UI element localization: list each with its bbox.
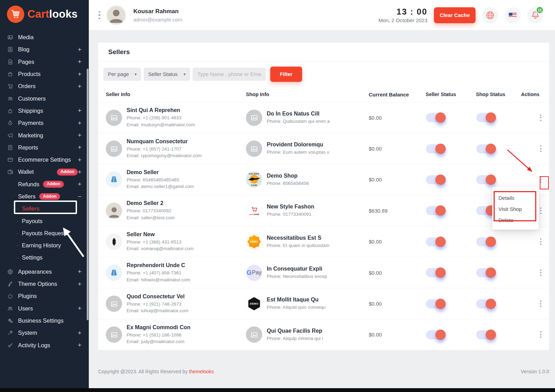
sidebar-item-blog[interactable]: Blog + (0, 43, 89, 56)
seller-status-toggle[interactable] (426, 299, 445, 308)
shop-logo (246, 326, 262, 343)
sidebar-item-activity-logs[interactable]: Activity Logs + (0, 339, 89, 351)
seller-status-toggle[interactable] (426, 268, 445, 277)
smartwatch-icon (110, 237, 119, 246)
sidebar-item-products[interactable]: Products + (0, 68, 89, 80)
shop-logo (246, 140, 262, 157)
card-title-row: Sellers (98, 43, 549, 61)
version-text: Version 1.0.0 (521, 369, 549, 374)
seller-phone: Phone: 65465465465465 (127, 177, 194, 184)
ecommerce-settings-icon (7, 157, 13, 163)
sidebar-subitem-sellers[interactable]: - Sellers (0, 203, 89, 215)
row-actions-menu-icon[interactable] (537, 298, 544, 309)
current-balance: $0.00 (369, 115, 426, 121)
seller-email: Email: judy@mailinator.com (127, 338, 190, 345)
sidebar-collapse-menu-icon[interactable] (99, 11, 100, 19)
shop-phone: Phone: 01773340091 (267, 211, 314, 218)
sidebar-subitem-earning-history[interactable]: - Earning History (0, 239, 89, 252)
brand-logo[interactable]: Cartlooks (7, 6, 78, 23)
sidebar-item-sellers-group[interactable]: Sellers Addon − (0, 190, 89, 203)
per-page-select[interactable]: Per page ▾ (103, 68, 141, 81)
sellers-card: Sellers Per page ▾ Seller Status ▾ Filte… (98, 43, 549, 350)
filter-button[interactable]: Filter (270, 67, 302, 82)
footer: Copyright @2023. All Rights Reserved by … (98, 369, 549, 374)
image-placeholder-icon (110, 113, 118, 122)
sidebar-item-appearances[interactable]: Appearances + (0, 266, 89, 278)
seller-phone: Phone: +1 (208) 901-4633 (127, 114, 195, 121)
seller-status-toggle[interactable] (426, 113, 445, 122)
current-balance: $0.00 (369, 270, 426, 276)
shop-status-toggle[interactable] (476, 144, 495, 153)
popup-item-visit-shop[interactable]: Visit Shop (498, 204, 539, 215)
seller-search-input[interactable] (193, 68, 266, 81)
seller-email: Email: luhuqi@mailinator.com (127, 307, 188, 314)
seller-status-toggle[interactable] (426, 237, 445, 246)
shop-name: In Consequatur Expli (267, 266, 327, 272)
seller-status-toggle[interactable] (426, 144, 445, 153)
notifications-button[interactable]: 11 (527, 7, 543, 23)
orders-icon (7, 83, 13, 89)
row-actions-menu-icon[interactable] (537, 112, 544, 123)
seller-status-toggle[interactable] (426, 206, 445, 215)
sidebar-subitem-payouts-requests[interactable]: - Payouts Requests (0, 227, 89, 239)
sidebar-item-customers[interactable]: Customers (0, 92, 89, 104)
addon-badge: Addon (57, 169, 78, 176)
row-actions-menu-icon[interactable] (537, 267, 544, 278)
sidebar-subitem-settings[interactable]: - Settings (0, 252, 89, 264)
table-row: Demo Seller Phone: 65465465465465 Email:… (98, 164, 549, 195)
locale-flag-button[interactable] (505, 7, 521, 23)
sidebar-item-theme-options[interactable]: Theme Options + (0, 278, 89, 290)
shop-logo-lets-shop: Let'sSHOP (246, 203, 262, 219)
sidebar-item-shippings[interactable]: Shippings + (0, 105, 89, 117)
row-actions-menu-icon[interactable] (537, 236, 544, 247)
sidebar-item-marketing[interactable]: Marketing + (0, 129, 89, 141)
row-actions-menu-icon[interactable] (537, 174, 544, 185)
activity-logs-icon (7, 342, 13, 348)
sidebar-item-reports[interactable]: Reports + (0, 142, 89, 154)
shop-status-toggle[interactable] (476, 299, 495, 308)
sidebar-scrollbar[interactable] (87, 69, 88, 320)
table-row: Demo Seller 2 Phone: 01773340092 Email: … (98, 195, 549, 226)
sidebar-item-orders[interactable]: Orders + (0, 80, 89, 92)
seller-avatar (106, 140, 122, 157)
sidebar-item-system[interactable]: System + (0, 327, 89, 339)
sidebar-item-ecommerce-settings[interactable]: Ecommerce Settings + (0, 154, 89, 166)
bottom-edge-bar (0, 388, 555, 392)
popup-item-details[interactable]: Details (498, 193, 539, 204)
us-flag-icon (509, 12, 517, 18)
sidebar-item-media[interactable]: Media (0, 31, 89, 43)
language-globe-button[interactable] (482, 7, 498, 23)
seller-name: Ex Magni Commodi Con (127, 324, 190, 331)
users-icon (7, 306, 13, 312)
seller-status-select[interactable]: Seller Status ▾ (144, 68, 190, 81)
shop-status-toggle[interactable] (476, 268, 495, 277)
seller-avatar (106, 233, 122, 250)
seller-status-toggle[interactable] (426, 175, 445, 184)
shop-status-toggle[interactable] (476, 113, 495, 122)
row-actions-menu-icon[interactable] (537, 143, 544, 154)
sidebar-item-business-settings[interactable]: Business Settings (0, 315, 89, 327)
shop-status-toggle[interactable] (476, 330, 495, 339)
sidebar-item-users[interactable]: Users + (0, 302, 89, 315)
seller-phone: Phone: +1 (407) 858-7361 (127, 270, 190, 276)
sidebar-subitem-payouts[interactable]: - Payouts (0, 215, 89, 227)
user-avatar[interactable] (106, 5, 126, 25)
sidebar-item-payments[interactable]: Payments + (0, 117, 89, 129)
shop-status-toggle[interactable] (476, 175, 495, 184)
seller-status-toggle[interactable] (426, 330, 445, 339)
sidebar-item-plugins[interactable]: Plugins (0, 290, 89, 302)
sidebar-item-pages[interactable]: Pages + (0, 56, 89, 68)
row-actions-menu-icon[interactable] (537, 329, 544, 340)
sidebar-item-refunds[interactable]: Refunds Addon + (0, 178, 89, 190)
seller-email: Email: muduxyn@mailinator.com (127, 121, 195, 128)
seller-phone: Phone: +1 (368) 431-6513 (127, 239, 194, 246)
themelooks-link[interactable]: themelooks (189, 369, 214, 374)
shop-status-toggle[interactable] (476, 237, 495, 246)
wallet-icon (7, 169, 13, 175)
popup-item-delete[interactable]: Delete (498, 215, 539, 226)
image-placeholder-icon (250, 145, 258, 153)
sidebar-item-wallet[interactable]: Wallet Addon + (0, 166, 89, 178)
copyright-text: Copyright @2023. All Rights Reserved by (98, 369, 188, 374)
current-balance: $0.00 (369, 146, 426, 152)
clear-cache-button[interactable]: Clear Cache (434, 7, 476, 23)
